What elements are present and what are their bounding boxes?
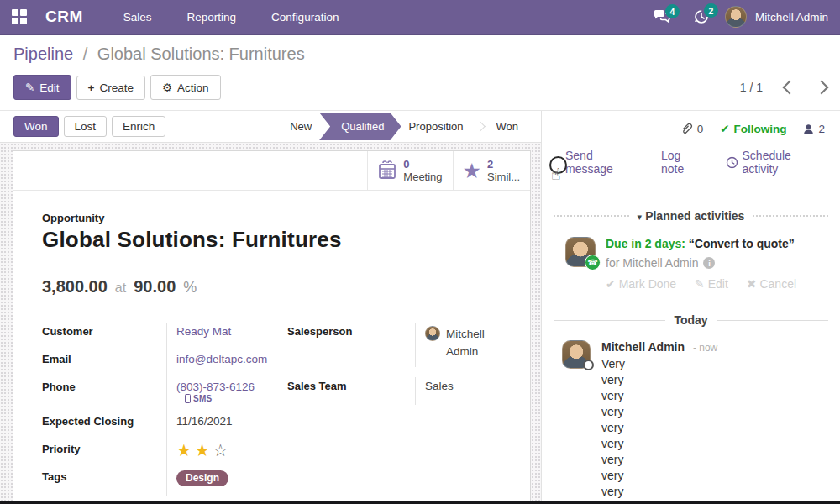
- record-type-label: Opportunity: [42, 212, 501, 224]
- field-email: Email info@deltapc.com: [42, 350, 284, 378]
- info-icon[interactable]: i: [703, 257, 715, 269]
- phone-call-badge-icon: ☎: [585, 255, 601, 270]
- tags-label: Tags: [42, 468, 166, 496]
- send-message-button[interactable]: Send message: [565, 149, 641, 176]
- messages-button[interactable]: 4: [646, 4, 678, 29]
- note-ring-badge-icon: [583, 360, 594, 370]
- chatter-panel: 0 ✔ Following 2 Send message Log note Sc…: [542, 111, 840, 504]
- field-priority: Priority ★ ★ ☆: [42, 440, 284, 468]
- edit-button[interactable]: ✎ Edit: [13, 75, 71, 100]
- at-label: at: [115, 281, 126, 296]
- phone-label: Phone: [42, 378, 166, 412]
- customer-label: Customer: [42, 323, 166, 350]
- pager-previous-icon[interactable]: [783, 81, 797, 95]
- create-button-label: Create: [99, 81, 134, 94]
- apps-menu-icon[interactable]: [12, 9, 27, 24]
- lost-button[interactable]: Lost: [64, 116, 108, 137]
- check-icon: ✔: [720, 122, 729, 135]
- schedule-activity-label: Schedule activity: [743, 149, 827, 176]
- phone-value-link[interactable]: (803)-873-6126: [176, 381, 255, 393]
- stage-qualified-active[interactable]: Qualified: [319, 113, 401, 140]
- percent-sign: %: [183, 279, 197, 297]
- activity-due-label: Due in 2 days:: [606, 237, 685, 250]
- activities-button[interactable]: 2: [686, 3, 717, 30]
- chatter-message: Mitchell Admin - now Very very very very…: [542, 327, 840, 504]
- clock-icon: [726, 156, 738, 169]
- star-filled-icon[interactable]: ★: [176, 441, 192, 459]
- send-sms-button[interactable]: SMS: [185, 394, 213, 403]
- menu-sales[interactable]: Sales: [112, 1, 164, 34]
- email-label: Email: [42, 350, 166, 378]
- expected-revenue-value: 3,800.00: [42, 277, 108, 297]
- attachments-button[interactable]: 0: [680, 123, 704, 135]
- create-button[interactable]: + Create: [76, 76, 145, 100]
- stage-new[interactable]: New: [279, 120, 323, 133]
- similar-leads-stat-button[interactable]: ★ 2 Simil...: [453, 151, 530, 190]
- schedule-activity-button[interactable]: Schedule activity: [726, 149, 827, 176]
- followers-button[interactable]: 2: [803, 123, 825, 135]
- email-value-link[interactable]: info@deltapc.com: [176, 353, 267, 365]
- calendar-icon: [377, 160, 397, 181]
- stage-won[interactable]: Won: [486, 120, 530, 133]
- sales-team-label: Sales Team: [287, 377, 415, 405]
- pager-next-icon[interactable]: [815, 81, 829, 95]
- today-label: Today: [674, 313, 707, 327]
- following-button[interactable]: ✔ Following: [720, 122, 786, 135]
- similar-count: 2: [487, 158, 520, 171]
- gear-icon: ⚙: [162, 81, 172, 94]
- field-tags: Tags Design: [42, 468, 284, 496]
- star-empty-icon[interactable]: ☆: [213, 441, 228, 459]
- field-customer: Customer Ready Mat: [42, 323, 284, 350]
- person-icon: [803, 123, 814, 134]
- breadcrumb-separator: /: [83, 45, 88, 63]
- customer-value-link[interactable]: Ready Mat: [176, 325, 231, 338]
- pencil-icon: ✎: [695, 277, 705, 291]
- field-salesperson: Salesperson Mitchell Admin: [287, 323, 501, 367]
- app-title[interactable]: CRM: [45, 8, 83, 26]
- sms-label: SMS: [193, 394, 213, 403]
- enrich-button[interactable]: Enrich: [112, 116, 165, 137]
- log-note-button[interactable]: Log note: [661, 149, 706, 176]
- meeting-stat-button[interactable]: 0 Meeting: [367, 151, 452, 190]
- user-avatar[interactable]: [725, 6, 747, 28]
- cancel-x-icon: ✖: [747, 277, 757, 291]
- message-body: Very very very very very very very very …: [601, 356, 717, 504]
- menu-reporting[interactable]: Reporting: [176, 1, 249, 34]
- activity-cancel-button[interactable]: ✖ Cancel: [747, 277, 796, 291]
- message-author[interactable]: Mitchell Admin: [601, 340, 685, 354]
- menu-configuration[interactable]: Configuration: [260, 1, 350, 34]
- breadcrumb: Pipeline / Global Solutions: Furnitures: [13, 45, 827, 64]
- salesperson-value[interactable]: Mitchell Admin: [446, 325, 501, 360]
- caret-down-icon: ▾: [638, 212, 643, 222]
- probability-value: 90.00: [134, 277, 176, 297]
- activities-count-badge: 2: [704, 3, 718, 18]
- today-divider: Today: [542, 313, 840, 327]
- stat-button-row: 0 Meeting ★ 2 Simil...: [13, 151, 530, 191]
- stage-pipeline: New Qualified Proposition Won: [279, 111, 529, 142]
- breadcrumb-pipeline-link[interactable]: Pipeline: [13, 45, 73, 63]
- tag-design[interactable]: Design: [176, 470, 228, 486]
- mobile-phone-icon: [185, 394, 191, 403]
- planned-activities-toggle[interactable]: ▾Planned activities: [638, 209, 745, 223]
- stage-proposition[interactable]: Proposition: [397, 120, 474, 133]
- paperclip-icon: [680, 123, 693, 135]
- control-panel: Pipeline / Global Solutions: Furnitures …: [0, 35, 840, 111]
- action-button[interactable]: ⚙ Action: [150, 75, 221, 100]
- top-navbar: CRM Sales Reporting Configuration 4 2 Mi…: [0, 0, 840, 35]
- sales-team-value[interactable]: Sales: [415, 377, 501, 405]
- star-filled-icon[interactable]: ★: [195, 441, 210, 459]
- salesperson-avatar: [425, 326, 440, 341]
- activity-assignee: for Mitchell Admin: [606, 256, 698, 270]
- field-expected-closing: Expected Closing 11/16/2021: [42, 412, 284, 440]
- user-name[interactable]: Mitchell Admin: [755, 11, 828, 24]
- follower-count: 2: [818, 123, 825, 135]
- won-button[interactable]: Won: [13, 116, 59, 137]
- pager: 1 / 1: [740, 81, 827, 94]
- following-label: Following: [733, 123, 786, 135]
- attachment-count: 0: [697, 123, 704, 135]
- expected-closing-label: Expected Closing: [42, 412, 166, 440]
- mark-done-button[interactable]: ✔ Mark Done: [606, 277, 676, 291]
- activity-edit-button[interactable]: ✎ Edit: [695, 277, 728, 291]
- stage-separator-chevron: [475, 121, 486, 132]
- similar-label: Simil...: [487, 171, 520, 183]
